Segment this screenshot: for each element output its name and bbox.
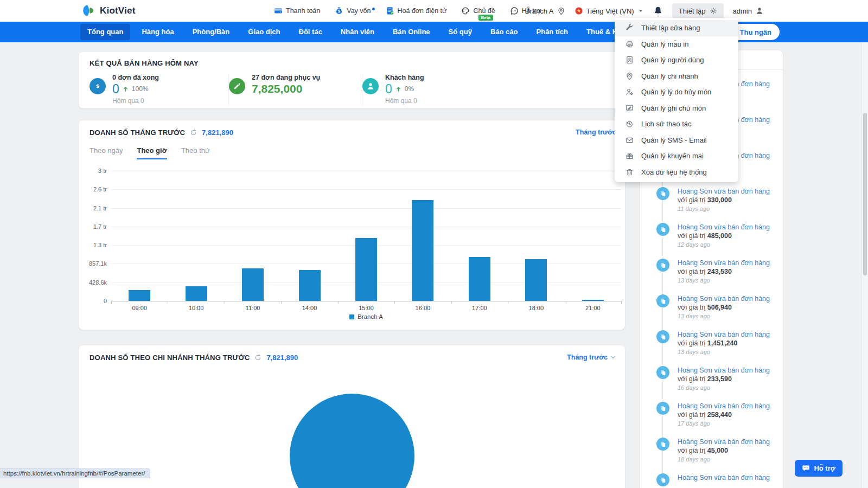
branch-selector[interactable]: Branch A xyxy=(525,7,565,15)
feed-link[interactable]: Hoàng Sơn vừa bán đơn hàng xyxy=(678,294,778,303)
nav-item-8[interactable]: Báo cáo xyxy=(483,24,525,40)
kpi-card-1: 27 đơn đang phục vụ7,825,000 xyxy=(229,74,362,105)
menu-item-5[interactable]: Quản lý ghi chú món xyxy=(615,100,738,117)
refresh-icon[interactable] xyxy=(254,354,261,361)
moneybag-icon: $ xyxy=(335,7,343,15)
x-axis-label: 14:00 xyxy=(281,305,337,311)
nav-item-1[interactable]: Hàng hóa xyxy=(135,24,181,40)
wrench-icon xyxy=(626,24,634,32)
kpi-label: Khách hàng xyxy=(385,74,424,81)
nav-item-6[interactable]: Bán Online xyxy=(386,24,437,40)
brand-logo[interactable]: KiotViet xyxy=(81,4,136,17)
feed-link[interactable]: Hoàng Sơn vừa bán đơn hàng xyxy=(678,330,778,339)
nav-item-5[interactable]: Nhân viên xyxy=(334,24,381,40)
menu-item-0[interactable]: Thiết lập cửa hàng xyxy=(615,20,738,36)
bar-09:00[interactable] xyxy=(129,290,150,301)
receipt-icon xyxy=(656,330,669,343)
gridline xyxy=(111,171,621,171)
feed-link[interactable]: Hoàng Sơn vừa bán đơn hàng xyxy=(678,223,778,232)
receipt-icon xyxy=(656,294,669,307)
menu-item-label: Lịch sử thao tác xyxy=(641,120,692,128)
kpi-yesterday: Hôm qua 0 xyxy=(385,97,424,105)
userdoc-icon xyxy=(626,56,634,64)
menu-item-9[interactable]: Xóa dữ liệu hệ thống xyxy=(615,164,738,181)
refresh-icon[interactable] xyxy=(190,129,197,136)
feed-time: 11 days ago xyxy=(678,205,778,213)
svg-text:$: $ xyxy=(96,83,100,89)
svg-text:$: $ xyxy=(338,9,341,14)
card-icon xyxy=(274,7,283,15)
quicklink-3[interactable]: Chủ đềBeta xyxy=(461,7,495,15)
settings-button[interactable]: Thiết lập xyxy=(672,3,724,19)
feed-link[interactable]: Hoàng Sơn vừa bán đơn hàng xyxy=(678,473,778,482)
support-button[interactable]: Hỗ trợ xyxy=(795,460,843,477)
settings-menu: Thiết lập cửa hàngQuản lý mẫu inQuản lý … xyxy=(615,18,738,182)
feed-value: với giá trị 506,940 xyxy=(678,303,778,312)
feed-link[interactable]: Hoàng Sơn vừa bán đơn hàng xyxy=(678,402,778,410)
language-selector[interactable]: Tiếng Việt (VN) xyxy=(575,7,644,15)
feed-time: 18 days ago xyxy=(678,455,778,464)
tab-2[interactable]: Theo thứ xyxy=(181,146,210,159)
bar-18:00[interactable] xyxy=(525,259,547,301)
bar-14:00[interactable] xyxy=(299,270,321,301)
tab-1[interactable]: Theo giờ xyxy=(137,146,167,159)
kpi-row: $0 đơn đã xong0100%Hôm qua 027 đơn đang … xyxy=(90,74,626,105)
menu-item-6[interactable]: Lịch sử thao tác xyxy=(615,116,738,132)
nav-item-9[interactable]: Phân tích xyxy=(529,24,576,40)
x-axis-tick xyxy=(168,301,168,304)
kpi-card-2: Khách hàng00%Hôm qua 0 xyxy=(362,74,626,105)
vietnam-flag-icon xyxy=(575,7,583,15)
menu-item-3[interactable]: Quản lý chi nhánh xyxy=(615,68,738,85)
menu-item-1[interactable]: Quản lý mẫu in xyxy=(615,36,738,53)
bar-15:00[interactable] xyxy=(355,238,377,301)
bar-21:00[interactable] xyxy=(582,300,604,301)
gridline xyxy=(111,227,621,227)
x-axis-label: 21:00 xyxy=(565,305,621,311)
feed-link[interactable]: Hoàng Sơn vừa bán đơn hàng xyxy=(678,438,778,446)
scrollbar-thumb[interactable] xyxy=(863,113,867,275)
quicklink-2[interactable]: Hoá đơn điện tử xyxy=(386,7,447,15)
kpi-delta: 0% xyxy=(405,85,414,93)
page-scrollbar[interactable] xyxy=(861,42,868,488)
beta-badge: Beta xyxy=(478,15,493,21)
feed-value: với giá trị 233,590 xyxy=(678,375,778,384)
feed-link[interactable]: Hoàng Sơn vừa bán đơn hàng xyxy=(678,187,778,196)
quicklink-1[interactable]: $Vay vốn xyxy=(335,7,371,15)
bar-17:00[interactable] xyxy=(469,257,490,301)
nav-item-0[interactable]: Tổng quan xyxy=(80,24,130,40)
kiotviet-dashboard: KiotViet Thanh toán$Vay vốnHoá đơn điện … xyxy=(0,0,868,488)
kpi-value: 0 xyxy=(385,82,392,96)
feed-item-6: Hoàng Sơn vừa bán đơn hàngvới giá trị 50… xyxy=(640,291,783,327)
nav-item-4[interactable]: Đối tác xyxy=(292,24,329,40)
chat-bubble-icon xyxy=(802,464,810,472)
pie-slice-branch-a[interactable] xyxy=(290,394,414,488)
period-selector[interactable]: Tháng trước xyxy=(567,354,616,361)
menu-item-4[interactable]: Quản lý lý do hủy món xyxy=(615,84,738,100)
notifications-bell-icon[interactable] xyxy=(653,6,663,16)
kpi-value: 7,825,000 xyxy=(252,82,302,96)
feed-value: với giá trị 330,000 xyxy=(678,196,778,205)
quicklink-0[interactable]: Thanh toán xyxy=(274,7,320,15)
menu-item-7[interactable]: Quản lý SMS - Email xyxy=(615,132,738,149)
menu-item-8[interactable]: Quản lý khuyến mại xyxy=(615,148,738,164)
dollar-icon: $ xyxy=(90,78,106,94)
nav-item-2[interactable]: Phòng/Bàn xyxy=(186,24,237,40)
bar-16:00[interactable] xyxy=(412,200,433,301)
kpi-label: 27 đơn đang phục vụ xyxy=(252,74,320,81)
feed-link[interactable]: Hoàng Sơn vừa bán đơn hàng xyxy=(678,366,778,375)
gridline xyxy=(111,189,621,190)
period-selector[interactable]: Tháng trước xyxy=(576,129,616,136)
support-label: Hỗ trợ xyxy=(814,464,835,472)
nav-item-7[interactable]: Sổ quỹ xyxy=(442,24,479,40)
user-menu[interactable]: admin xyxy=(733,7,764,15)
branch-label: Branch A xyxy=(525,7,554,15)
chart-legend[interactable]: Branch A xyxy=(111,313,621,320)
menu-item-2[interactable]: Quản lý người dùng xyxy=(615,52,738,68)
help-icon xyxy=(510,7,519,15)
y-axis-label: 2.1 tr xyxy=(80,205,107,211)
bar-10:00[interactable] xyxy=(186,286,207,301)
bar-11:00[interactable] xyxy=(242,268,264,301)
tab-0[interactable]: Theo ngày xyxy=(90,146,123,159)
nav-item-3[interactable]: Giao dịch xyxy=(241,24,287,40)
feed-link[interactable]: Hoàng Sơn vừa bán đơn hàng xyxy=(678,259,778,267)
